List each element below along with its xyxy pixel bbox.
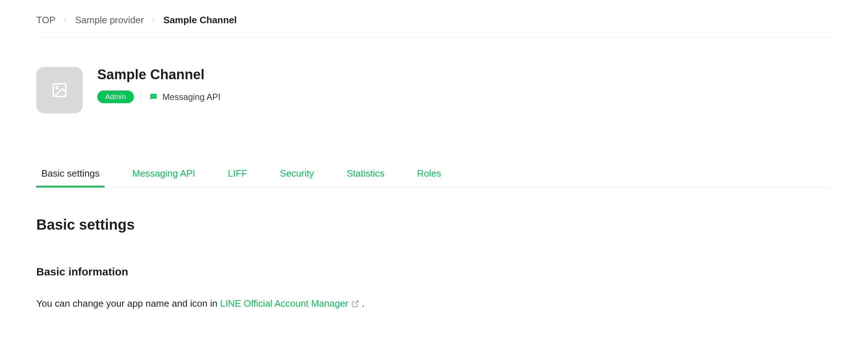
- tabs: Basic settings Messaging API LIFF Securi…: [36, 168, 832, 187]
- official-account-manager-link[interactable]: LINE Official Account Manager: [220, 296, 359, 311]
- channel-title: Sample Channel: [97, 67, 221, 82]
- svg-point-1: [56, 86, 58, 89]
- svg-point-2: [152, 96, 152, 96]
- svg-point-3: [153, 96, 154, 96]
- tab-messaging-api[interactable]: Messaging API: [127, 168, 200, 187]
- info-suffix: .: [359, 298, 364, 309]
- tab-statistics[interactable]: Statistics: [341, 168, 389, 187]
- content: Basic settings Basic information You can…: [36, 217, 832, 311]
- role-badge: Admin: [97, 90, 134, 103]
- chevron-right-icon: [151, 18, 156, 23]
- section-title: Basic settings: [36, 217, 832, 233]
- link-label: LINE Official Account Manager: [220, 296, 348, 311]
- breadcrumb-provider[interactable]: Sample provider: [75, 15, 144, 26]
- breadcrumb-channel: Sample Channel: [163, 15, 237, 26]
- channel-header: Sample Channel Admin Messaging API: [36, 67, 832, 113]
- chat-icon: [149, 92, 158, 102]
- breadcrumb-top[interactable]: TOP: [36, 15, 56, 26]
- chevron-right-icon: [63, 18, 68, 23]
- tab-liff[interactable]: LIFF: [223, 168, 252, 187]
- info-text: You can change your app name and icon in…: [36, 296, 832, 311]
- channel-type-label: Messaging API: [163, 92, 221, 102]
- svg-line-5: [355, 301, 358, 304]
- tab-security[interactable]: Security: [275, 168, 319, 187]
- subsection-title: Basic information: [36, 266, 832, 278]
- external-link-icon: [351, 300, 359, 308]
- channel-icon-placeholder: [36, 67, 83, 113]
- divider: [141, 92, 142, 102]
- breadcrumb: TOP Sample provider Sample Channel: [36, 15, 832, 38]
- tab-basic-settings[interactable]: Basic settings: [36, 168, 105, 187]
- image-icon: [51, 82, 68, 98]
- badge-row: Admin Messaging API: [97, 90, 221, 103]
- svg-point-4: [154, 96, 155, 96]
- info-prefix: You can change your app name and icon in: [36, 298, 220, 309]
- channel-type: Messaging API: [149, 92, 221, 102]
- tab-roles[interactable]: Roles: [412, 168, 446, 187]
- channel-meta: Sample Channel Admin Messaging API: [97, 67, 221, 103]
